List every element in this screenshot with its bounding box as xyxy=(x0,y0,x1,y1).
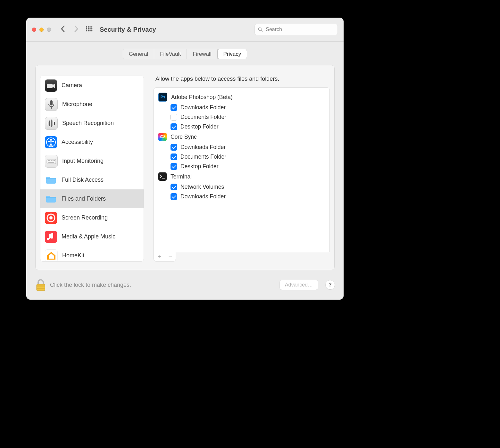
terminal-icon xyxy=(158,172,167,181)
window-controls xyxy=(32,28,51,32)
checkbox[interactable] xyxy=(171,123,177,130)
window-title: Security & Privacy xyxy=(100,26,156,33)
app-name: Terminal xyxy=(171,173,192,180)
search-input[interactable] xyxy=(265,26,334,33)
nav-arrows xyxy=(60,24,79,35)
permission-row[interactable]: Desktop Folder xyxy=(158,122,325,131)
checkbox[interactable] xyxy=(171,193,177,200)
permission-label: Downloads Folder xyxy=(180,144,226,151)
permission-row[interactable]: Downloads Folder xyxy=(158,192,325,201)
sidebar-item-screen-recording[interactable]: Screen Recording xyxy=(40,208,144,227)
detail-pane: Allow the apps below to access files and… xyxy=(148,76,330,261)
svg-rect-14 xyxy=(47,84,53,88)
music-icon xyxy=(45,231,57,243)
svg-point-1 xyxy=(88,26,89,28)
permission-row[interactable]: Documents Folder xyxy=(158,112,325,122)
sidebar-item-label: Speech Recognition xyxy=(62,120,114,127)
permission-label: Documents Folder xyxy=(180,114,226,120)
permission-label: Network Volumes xyxy=(180,184,224,190)
back-button[interactable] xyxy=(60,24,66,35)
svg-rect-26 xyxy=(49,160,50,161)
search-icon xyxy=(258,27,262,32)
checkbox[interactable] xyxy=(171,163,177,170)
accessibility-icon xyxy=(45,136,57,148)
svg-point-7 xyxy=(91,28,93,29)
lock-text: Click the lock to make changes. xyxy=(50,282,131,288)
close-window-button[interactable] xyxy=(32,28,36,32)
checkbox[interactable] xyxy=(171,114,177,120)
sidebar-item-label: Camera xyxy=(62,82,82,89)
tabs: General FileVault Firewall Privacy xyxy=(26,42,344,59)
sidebar-item-label: Input Monitoring xyxy=(62,158,104,164)
creative-cloud-icon xyxy=(158,133,167,141)
sidebar-item-label: Files and Folders xyxy=(62,195,106,202)
privacy-sidebar[interactable]: Camera Microphone Speech Recognition xyxy=(40,76,144,261)
checkbox[interactable] xyxy=(171,104,177,111)
permission-row[interactable]: Desktop Folder xyxy=(158,162,325,171)
show-all-button[interactable] xyxy=(86,26,93,33)
checkbox[interactable] xyxy=(171,153,177,160)
tab-firewall[interactable]: Firewall xyxy=(187,49,218,59)
app-row[interactable]: Core Sync xyxy=(158,131,325,142)
footer: Click the lock to make changes. Advanced… xyxy=(26,270,344,300)
advanced-button[interactable]: Advanced… xyxy=(280,280,318,290)
detail-header: Allow the apps below to access files and… xyxy=(155,76,330,82)
forward-button xyxy=(73,24,79,35)
permission-label: Downloads Folder xyxy=(180,193,226,200)
keyboard-icon xyxy=(45,155,58,168)
sidebar-item-speech[interactable]: Speech Recognition xyxy=(40,114,144,133)
lock-button[interactable] xyxy=(35,278,46,291)
zoom-window-button[interactable] xyxy=(47,28,51,32)
chevron-right-icon xyxy=(73,24,79,33)
sidebar-item-full-disk[interactable]: Full Disk Access xyxy=(40,170,144,189)
app-row[interactable]: Ps Adobe Photoshop (Beta) xyxy=(158,92,325,103)
permission-row[interactable]: Downloads Folder xyxy=(158,142,325,152)
checkbox[interactable] xyxy=(171,184,177,190)
permission-label: Documents Folder xyxy=(180,153,226,160)
app-list[interactable]: Ps Adobe Photoshop (Beta) Downloads Fold… xyxy=(154,87,330,252)
sidebar-item-files-folders[interactable]: Files and Folders xyxy=(40,189,144,208)
minimize-window-button[interactable] xyxy=(39,28,44,32)
svg-point-32 xyxy=(49,216,53,220)
sidebar-item-label: Accessibility xyxy=(62,139,93,145)
home-icon xyxy=(45,249,58,262)
app-row[interactable]: Terminal xyxy=(158,171,325,182)
svg-point-2 xyxy=(89,26,91,28)
svg-point-0 xyxy=(86,26,87,28)
grid-icon xyxy=(86,26,93,33)
svg-rect-25 xyxy=(48,160,49,161)
svg-rect-24 xyxy=(47,159,56,164)
add-button: + xyxy=(154,253,165,261)
microphone-icon xyxy=(45,98,58,111)
sidebar-item-accessibility[interactable]: Accessibility xyxy=(40,133,144,152)
preferences-window: Security & Privacy General FileVault Fir… xyxy=(26,18,344,300)
svg-point-6 xyxy=(89,28,91,29)
record-icon xyxy=(45,212,57,224)
toolbar: Security & Privacy xyxy=(26,18,344,42)
speech-icon xyxy=(45,117,58,130)
svg-line-13 xyxy=(261,30,262,31)
lock-icon xyxy=(35,278,46,291)
app-name: Adobe Photoshop (Beta) xyxy=(171,94,233,101)
svg-point-4 xyxy=(86,28,87,29)
sidebar-item-camera[interactable]: Camera xyxy=(40,76,144,95)
svg-rect-35 xyxy=(37,285,45,286)
permission-row[interactable]: Downloads Folder xyxy=(158,103,325,112)
chevron-left-icon xyxy=(60,24,66,33)
permission-row[interactable]: Documents Folder xyxy=(158,152,325,162)
search-field[interactable] xyxy=(254,24,338,35)
sidebar-item-input-monitoring[interactable]: Input Monitoring xyxy=(40,152,144,170)
help-button[interactable]: ? xyxy=(326,280,335,289)
checkbox[interactable] xyxy=(171,144,177,151)
sidebar-item-media-music[interactable]: Media & Apple Music xyxy=(40,227,144,246)
tab-privacy[interactable]: Privacy xyxy=(218,49,247,59)
photoshop-icon: Ps xyxy=(158,93,167,102)
svg-rect-36 xyxy=(37,286,45,287)
tab-general[interactable]: General xyxy=(123,49,154,59)
sidebar-item-homekit[interactable]: HomeKit xyxy=(40,246,144,261)
permission-row[interactable]: Network Volumes xyxy=(158,182,325,192)
sidebar-item-microphone[interactable]: Microphone xyxy=(40,95,144,114)
tab-filevault[interactable]: FileVault xyxy=(154,49,187,59)
svg-rect-28 xyxy=(53,160,54,161)
add-remove-controls: + − xyxy=(154,252,176,261)
